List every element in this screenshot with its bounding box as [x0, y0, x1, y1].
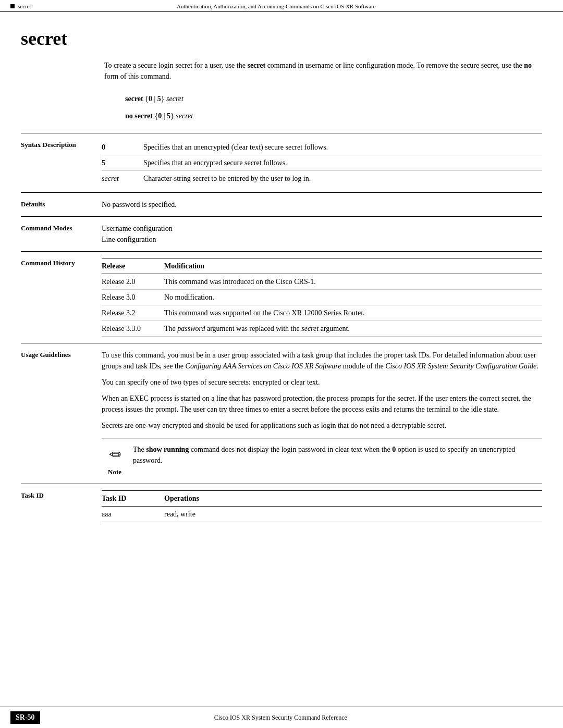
history-col1-header: Release: [102, 258, 164, 274]
usage-guidelines-section: Usage Guidelines To use this command, yo…: [21, 343, 542, 484]
history-table-row: Release 3.0No modification.: [102, 290, 542, 305]
note-text-content: The show running command does not displa…: [128, 444, 542, 466]
syntax-description-content: 0Specifies that an unencrypted (clear te…: [102, 140, 542, 186]
syntax-description-cell: Specifies that an unencrypted (clear tex…: [143, 140, 542, 155]
history-modification: No modification.: [164, 290, 542, 305]
header-left-label: secret: [18, 3, 31, 9]
syntax-line2-bold1: no secret: [125, 112, 153, 120]
command-mode-line: Line configuration: [102, 234, 542, 245]
header-square-icon: [10, 4, 15, 8]
usage-paragraph: To use this command, you must be in a us…: [102, 350, 542, 372]
task-id-label: Task ID: [21, 490, 102, 522]
syntax-table-row: secretCharacter-string secret to be ente…: [102, 171, 542, 187]
usage-guidelines-content: To use this command, you must be in a us…: [102, 350, 542, 477]
syntax-line2-mid: {: [153, 112, 158, 120]
syntax-line2-end: }: [170, 112, 176, 120]
syntax-table-row: 0Specifies that an unencrypted (clear te…: [102, 140, 542, 155]
command-history-table: Release Modification Release 2.0This com…: [102, 258, 542, 337]
syntax-line1-italic: secret: [166, 95, 183, 103]
history-modification: This command was introduced on the Cisco…: [164, 274, 542, 290]
history-release: Release 3.0: [102, 290, 164, 305]
usage-paragraph: Secrets are one-way encrypted and should…: [102, 420, 542, 431]
note-label: Note: [108, 467, 121, 477]
page-number: SR-50: [10, 711, 40, 724]
taskid-col2-header: Operations: [164, 490, 542, 506]
command-modes-label: Command Modes: [21, 223, 102, 245]
history-table-row: Release 2.0This command was introduced o…: [102, 274, 542, 290]
command-history-content: Release Modification Release 2.0This com…: [102, 258, 542, 337]
intro-text-before: To create a secure login secret for a us…: [104, 61, 247, 69]
taskid-col1-header: Task ID: [102, 490, 164, 506]
syntax-line2-bold3: 5: [167, 112, 170, 120]
command-modes-content: Username configurationLine configuration: [102, 223, 542, 245]
history-col2-header: Modification: [164, 258, 542, 274]
taskid-table-row: aaaread, write: [102, 506, 542, 522]
page-footer: SR-50 Cisco IOS XR System Security Comma…: [0, 707, 563, 728]
footer-right-text: Cisco IOS XR System Security Command Ref…: [214, 714, 347, 722]
syntax-line1-mid: {: [143, 95, 149, 103]
syntax-line1-bold1: secret: [125, 95, 143, 103]
page-header: secret Authentication, Authorization, an…: [0, 0, 563, 12]
usage-paragraph: You can specify one of two types of secu…: [102, 377, 542, 388]
command-modes-section: Command Modes Username configurationLine…: [21, 216, 542, 251]
defaults-section: Defaults No password is specified.: [21, 192, 542, 216]
syntax-line1: secret {0 | 5} secret: [125, 92, 542, 105]
syntax-line1-end: }: [161, 95, 166, 103]
syntax-line1-bold3: 5: [157, 95, 161, 103]
command-mode-line: Username configuration: [102, 223, 542, 234]
defaults-content: No password is specified.: [102, 199, 542, 210]
syntax-line1-bold2: 0: [149, 95, 152, 103]
taskid-operations-cell: read, write: [164, 506, 542, 522]
syntax-term: secret: [102, 171, 143, 187]
syntax-description-section: Syntax Description 0Specifies that an un…: [21, 133, 542, 192]
intro-text-end: form of this command.: [104, 72, 171, 80]
command-history-section: Command History Release Modification Rel…: [21, 251, 542, 343]
history-modification: This command was supported on the Cisco …: [164, 305, 542, 321]
header-left: secret: [10, 3, 31, 9]
intro-bold-word: secret: [247, 61, 265, 69]
syntax-description-cell: Specifies that an encrypted secure secre…: [143, 155, 542, 171]
usage-guidelines-label: Usage Guidelines: [21, 350, 102, 477]
syntax-term: 0: [102, 140, 143, 155]
history-modification: The password argument was replaced with …: [164, 321, 542, 337]
syntax-description-cell: Character-string secret to be entered by…: [143, 171, 542, 187]
syntax-table: 0Specifies that an unencrypted (clear te…: [102, 140, 542, 186]
taskid-table: Task ID Operations aaaread, write: [102, 490, 542, 522]
page-title: secret: [21, 28, 563, 50]
syntax-line2: no secret {0 | 5} secret: [125, 109, 542, 122]
syntax-line2-pipe: |: [162, 112, 167, 120]
history-table-row: Release 3.2This command was supported on…: [102, 305, 542, 321]
history-release: Release 3.2: [102, 305, 164, 321]
syntax-line2-italic: secret: [176, 112, 193, 120]
header-center-text: Authentication, Authorization, and Accou…: [177, 3, 376, 9]
note-pencil-icon: ✏: [109, 444, 121, 466]
note-icon-area: ✏Note: [102, 444, 128, 477]
task-id-content: Task ID Operations aaaread, write: [102, 490, 542, 522]
intro-text-after: command in username or line configuratio…: [265, 61, 524, 69]
task-id-section: Task ID Task ID Operations aaaread, writ…: [21, 484, 542, 528]
main-content: To create a secure login secret for a us…: [0, 60, 563, 560]
command-history-label: Command History: [21, 258, 102, 337]
syntax-line1-pipe: |: [152, 95, 157, 103]
note-box: ✏NoteThe show running command does not d…: [102, 438, 542, 477]
defaults-label: Defaults: [21, 199, 102, 210]
intro-paragraph: To create a secure login secret for a us…: [104, 60, 542, 82]
syntax-description-label: Syntax Description: [21, 140, 102, 186]
command-syntax: secret {0 | 5} secret no secret {0 | 5} …: [125, 92, 542, 122]
syntax-term: 5: [102, 155, 143, 171]
history-release: Release 3.3.0: [102, 321, 164, 337]
taskid-cell: aaa: [102, 506, 164, 522]
syntax-table-row: 5Specifies that an encrypted secure secr…: [102, 155, 542, 171]
intro-no-word: no: [524, 61, 532, 69]
usage-paragraph: When an EXEC process is started on a lin…: [102, 393, 542, 415]
history-release: Release 2.0: [102, 274, 164, 290]
defaults-text: No password is specified.: [102, 201, 177, 208]
history-table-row: Release 3.3.0The password argument was r…: [102, 321, 542, 337]
